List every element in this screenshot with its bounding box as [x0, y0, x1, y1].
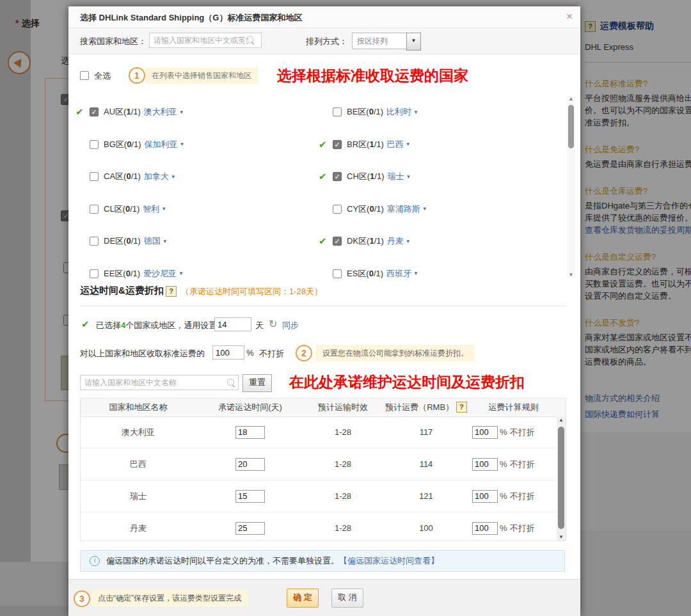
discount-input[interactable] — [472, 522, 498, 535]
country-link[interactable]: 丹麦 — [387, 235, 404, 247]
country-checkbox[interactable] — [333, 107, 342, 116]
scroll-down-icon[interactable]: ▼ — [557, 534, 566, 540]
country-checkbox[interactable]: ✓ — [333, 237, 342, 246]
search-icon[interactable] — [227, 379, 234, 386]
country-list-scrollbar[interactable]: ▲ ▼ — [567, 96, 575, 278]
step3-note: 点击“确定”保存设置，该运费类型设置完成 — [91, 590, 248, 606]
chevron-down-icon[interactable]: ▼ — [171, 174, 176, 180]
country-link[interactable]: 塞浦路斯 — [387, 203, 420, 215]
country-link[interactable]: 瑞士 — [388, 171, 404, 182]
sort-dropdown-button[interactable]: ▼ — [406, 33, 421, 51]
country-checkbox[interactable] — [90, 237, 99, 246]
dialog-titlebar: 选择 DHLink Standard Shipping（G）标准运费国家和地区 … — [68, 6, 580, 28]
zone-label: CL区(0/1) — [104, 203, 139, 215]
zone-label: EE区(0/1) — [104, 268, 140, 280]
days-unit-label: 天 — [255, 320, 264, 331]
country-checkbox[interactable]: ✓ — [90, 107, 99, 116]
discount-input[interactable] — [472, 458, 498, 471]
rule-label: 不打折 — [510, 491, 535, 502]
confirm-button[interactable]: 确 定 — [287, 588, 319, 608]
select-all-row: 全选 1 在列表中选择销售国家和地区 选择根据标准收取运费的国家 — [68, 68, 580, 88]
country-link[interactable]: 巴西 — [387, 139, 404, 150]
country-checkbox[interactable] — [90, 172, 99, 181]
promised-time-input[interactable] — [235, 522, 265, 535]
discount-input[interactable] — [472, 426, 498, 439]
country-checkbox[interactable]: ✓ — [333, 172, 342, 181]
sync-icon[interactable]: ↻ — [269, 318, 277, 330]
col-rule: 运费计算规则 — [471, 402, 556, 413]
country-checkbox[interactable] — [333, 269, 342, 278]
scroll-down-icon[interactable]: ▼ — [567, 272, 575, 278]
country-item: ✔CA区(0/1)加拿大▼ — [75, 161, 319, 193]
chevron-down-icon[interactable]: ▼ — [163, 239, 168, 244]
freight-table: 国家和地区名称 承诺运达时间(天) 预计运输时效 预计运费（RMB） ? 运费计… — [80, 398, 566, 541]
chevron-down-icon[interactable]: ▼ — [179, 271, 184, 276]
chevron-down-icon[interactable]: ▼ — [406, 174, 411, 180]
close-icon[interactable]: × — [566, 10, 573, 23]
sync-link[interactable]: 同步 — [282, 320, 299, 331]
chevron-down-icon[interactable]: ▼ — [161, 206, 166, 212]
chevron-down-icon[interactable]: ▼ — [180, 141, 185, 147]
country-link[interactable]: 比利时 — [386, 106, 411, 118]
country-checkbox[interactable] — [90, 140, 99, 149]
search-icon[interactable] — [246, 36, 253, 43]
country-link[interactable]: 爱沙尼亚 — [143, 268, 177, 280]
eta-value: 1-28 — [305, 459, 381, 469]
country-checkbox[interactable]: ✓ — [333, 140, 342, 149]
select-all-checkbox[interactable] — [80, 71, 89, 80]
cancel-button[interactable]: 取 消 — [331, 588, 363, 608]
selected-check-icon: ✔ — [75, 106, 90, 118]
common-days-input[interactable] — [214, 317, 251, 331]
country-link[interactable]: 西班牙 — [386, 268, 411, 280]
delivery-help-icon[interactable]: ? — [166, 286, 177, 297]
dialog-toolbar: 搜索国家和地区： 排列方式： 按区排列 ▼ — [68, 28, 580, 54]
standard-discount-input[interactable] — [212, 345, 244, 359]
chevron-down-icon[interactable]: ▼ — [406, 239, 411, 244]
step1-badge: 1 — [129, 67, 145, 84]
promised-time-input[interactable] — [235, 490, 265, 503]
chevron-down-icon[interactable]: ▼ — [422, 206, 427, 212]
summary-text: 已选择4个国家或地区，通用设置为： — [96, 320, 234, 331]
country-link[interactable]: 智利 — [143, 203, 159, 215]
table-body: 澳大利亚1-28117%不打折巴西1-28114%不打折瑞士1-28121%不打… — [81, 416, 557, 544]
country-checkbox[interactable] — [333, 205, 342, 214]
promised-time-input[interactable] — [235, 426, 265, 439]
country-link[interactable]: 德国 — [144, 235, 161, 247]
zone-label: CY区(0/1) — [347, 203, 384, 215]
country-link[interactable]: 澳大利亚 — [144, 106, 177, 118]
fee-help-icon[interactable]: ? — [456, 402, 467, 413]
filter-country-input[interactable] — [80, 375, 239, 390]
no-discount-label: 不打折 — [259, 348, 284, 359]
annotation-maintain-time: 在此处承诺维护运达时间及运费折扣 — [289, 372, 525, 392]
zone-label: AU区(1/1) — [104, 106, 141, 118]
country-checkbox[interactable] — [90, 269, 99, 278]
reset-button[interactable]: 重置 — [242, 374, 272, 392]
chevron-down-icon[interactable]: ▼ — [406, 141, 411, 147]
country-checkbox[interactable] — [90, 205, 99, 214]
scrollbar-thumb[interactable] — [568, 105, 574, 148]
table-country-name: 瑞士 — [81, 491, 196, 502]
table-scrollbar[interactable]: ▲ ▼ — [557, 416, 566, 541]
chevron-down-icon[interactable]: ▼ — [413, 271, 418, 276]
country-item: ✔✓BR区(1/1)巴西▼ — [319, 129, 562, 161]
chevron-down-icon[interactable]: ▼ — [179, 109, 184, 115]
col-country: 国家和地区名称 — [81, 402, 196, 413]
percent-label: % — [500, 459, 507, 469]
step3-badge: 3 — [74, 590, 90, 607]
country-link[interactable]: 保加利亚 — [145, 139, 178, 150]
scrollbar-thumb[interactable] — [558, 427, 564, 529]
percent-label: % — [500, 427, 507, 437]
delivery-section-title: 运达时间&运费折扣 — [80, 285, 164, 297]
discount-input[interactable] — [472, 490, 498, 503]
promised-time-input[interactable] — [235, 458, 265, 471]
search-input[interactable] — [149, 33, 262, 48]
zone-label: CA区(0/1) — [104, 171, 141, 182]
country-link[interactable]: 加拿大 — [144, 171, 169, 182]
sort-select[interactable]: 按区排列 — [352, 33, 408, 49]
step2-badge: 2 — [296, 345, 312, 361]
remote-country-link[interactable]: 【偏远国家运达时间查看】 — [339, 555, 439, 567]
chevron-down-icon[interactable]: ▼ — [413, 109, 418, 115]
scroll-up-icon[interactable]: ▲ — [567, 96, 575, 102]
sort-label: 排列方式： — [306, 36, 347, 47]
scroll-up-icon[interactable]: ▲ — [557, 417, 566, 423]
